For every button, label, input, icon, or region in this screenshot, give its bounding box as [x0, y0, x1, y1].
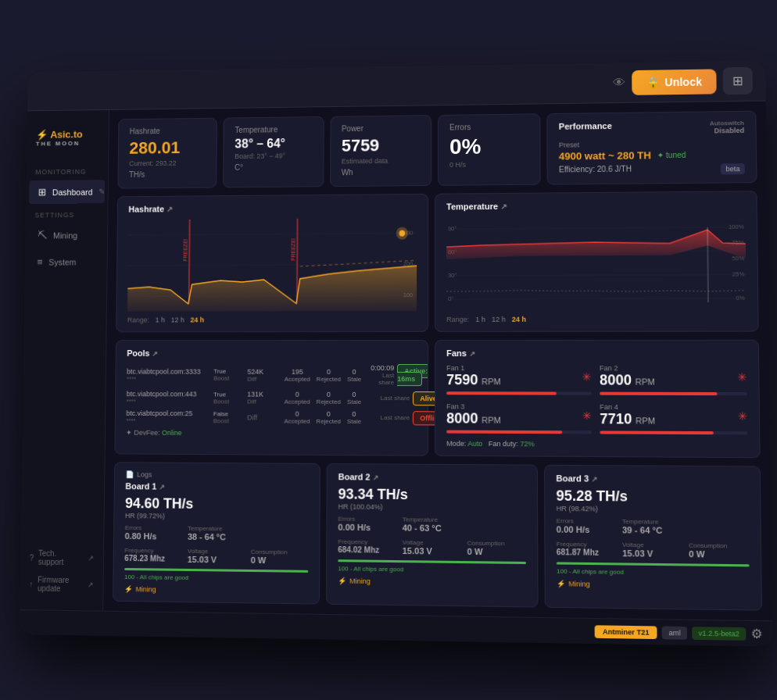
errors-card: Errors 0% 0 H/s: [438, 113, 541, 186]
b1-errors-val: 0.80 H/s: [125, 530, 182, 541]
fans-title: Fans ↗: [446, 348, 747, 357]
perf-preset-value: 4900 watt ~ 280 TH: [559, 149, 651, 162]
b1-mining: ⚡ Mining: [124, 584, 308, 595]
board-2-hr-pct: HR (100.04%): [338, 502, 526, 512]
pool-1-last-share-val: 0:00:09: [371, 363, 394, 371]
board-1-hashrate: 94.60 TH/s: [125, 495, 193, 512]
hashrate-chart-title: Hashrate ↗: [128, 202, 417, 213]
support-arrow: ↗: [88, 554, 94, 562]
pool-3-name: btc.viabtcpool.com:25: [126, 409, 210, 417]
b3-chips: 100 - All chips are good: [557, 567, 750, 577]
sidebar-item-tech-support[interactable]: ? Tech. support ↗: [20, 544, 103, 571]
b2-errors-label: Errors: [338, 515, 396, 523]
b1-volt-label: Voltage: [188, 547, 245, 555]
fan-4-label: Fan 4: [600, 402, 655, 410]
mode-chip: aml: [662, 626, 687, 639]
pool-3-dots: ****: [126, 416, 210, 423]
logs-icon: 📄: [126, 470, 134, 478]
fan-2-bar: [600, 391, 747, 395]
fan-mode-value: Auto: [467, 439, 482, 447]
pool-row-3: btc.viabtcpool.com:25 **** False Boost D…: [126, 409, 417, 425]
sidebar-item-firmware[interactable]: ↑ Firmware update ↗: [20, 570, 103, 598]
temp-unit: C°: [235, 162, 312, 171]
temp-range-1h[interactable]: 1 h: [475, 315, 485, 323]
b2-freq-label: Frequency: [338, 538, 396, 545]
power-unit: Wh: [342, 167, 420, 177]
pool-1-mode: True: [213, 367, 244, 374]
board-2-hashrate: 93.34 TH/s: [338, 486, 408, 502]
autoswitch-label: Autoswitch: [710, 119, 744, 127]
svg-text:0°: 0°: [448, 295, 453, 302]
pools-fans-row: Pools ↗ btc.viabtcpool.com:3333 **** Tru…: [114, 339, 760, 458]
range-12h[interactable]: 12 h: [171, 316, 184, 323]
charts-row: Hashrate ↗ 300 200 100: [116, 191, 759, 332]
pools-card: Pools ↗ btc.viabtcpool.com:3333 **** Tru…: [114, 339, 428, 455]
temp-chart-title: Temperature ↗: [446, 199, 745, 211]
sidebar-item-mining[interactable]: ⛏ Mining: [28, 223, 104, 247]
logs-btn[interactable]: 📄 Logs: [126, 470, 309, 480]
mining-label: Mining: [53, 230, 77, 240]
svg-text:FREEZE!: FREEZE!: [183, 238, 188, 261]
fan-3: Fan 3 8000 RPM ✳: [446, 402, 592, 434]
b2-mining: ⚡ Mining: [338, 577, 526, 587]
fan-mode: Mode: Auto Fan duty: 72%: [446, 439, 748, 448]
gear-icon[interactable]: ⚙: [750, 626, 762, 641]
pool-3-last-share-label: Last share: [371, 414, 410, 421]
pools-title: Pools ↗: [127, 348, 417, 357]
board-1-stats: Errors 0.80 H/s Temperature 38 - 64 °C F…: [124, 524, 308, 566]
b1-freq-label: Frequency: [124, 546, 181, 554]
sidebar-item-system[interactable]: ≡ System: [28, 249, 104, 273]
fan-1-unit: RPM: [482, 377, 501, 386]
efficiency: Efficiency: 20.6 J/TH beta: [559, 163, 745, 173]
svg-text:100%: 100%: [729, 223, 744, 230]
hashrate-range-controls: Range: 1 h 12 h 24 h: [127, 316, 417, 324]
b3-freq-label: Frequency: [557, 540, 616, 548]
layout-button[interactable]: ⊞: [723, 66, 753, 95]
fan-1-bar: [446, 391, 592, 395]
b3-temp-label: Temperature: [622, 517, 682, 525]
hashrate-value: 280.01: [129, 138, 206, 158]
temp-range-12h[interactable]: 12 h: [492, 315, 506, 323]
fan-2-value: 8000: [600, 372, 632, 388]
b2-temp-label: Temperature: [403, 516, 461, 523]
temperature-card: Temperature 38° – 64° Board: 23° – 49° C…: [223, 116, 324, 187]
b1-temp-val: 38 - 64 °C: [188, 531, 245, 541]
pool-1-stale: 0: [347, 367, 361, 375]
board-2-title: Board 2 ↗: [338, 472, 526, 483]
logo-sub: THE MOON: [36, 139, 99, 147]
board-3-title: Board 3 ↗: [556, 473, 748, 484]
hashrate-card: Hashrate 280.01 Current: 293.22 TH/s: [117, 117, 217, 188]
mining-icon-2: ⚡: [338, 577, 346, 584]
power-note: Estimated data: [342, 156, 420, 165]
b3-cons-val: 0 W: [689, 548, 749, 559]
range-1h[interactable]: 1 h: [156, 316, 165, 323]
temperature-chart-card: Temperature ↗: [435, 191, 759, 332]
eye-icon: 👁: [613, 75, 625, 89]
b2-bar: [338, 559, 526, 564]
fan-4-unit: RPM: [636, 416, 655, 425]
b3-mining: ⚡ Mining: [557, 579, 750, 590]
temp-range-24h[interactable]: 24 h: [512, 315, 526, 323]
devfee-label: ✦ DevFee:: [126, 428, 159, 436]
sidebar-item-dashboard[interactable]: ⊞ Dashboard ✎: [29, 180, 105, 204]
pool-row-2: btc.viabtcpool.com:443 **** True Boost 1…: [127, 390, 417, 405]
board-3-card: Board 3 ↗ 95.28 TH/s HR (98.42%) Errors …: [544, 464, 762, 610]
unlock-button[interactable]: 🔒 Unlock: [632, 68, 717, 94]
b1-cons-label: Consumption: [251, 548, 309, 555]
pool-3-accepted: 0: [284, 409, 310, 417]
b3-bar: [557, 562, 750, 566]
fan-2-icon: ✳: [737, 370, 747, 382]
firmware-arrow: ↗: [88, 580, 94, 588]
pool-2-stale: 0: [347, 390, 361, 398]
dashboard-label: Dashboard: [52, 187, 93, 196]
b1-chips: 100 - All chips are good: [124, 573, 308, 582]
mining-icon-1: ⚡: [124, 584, 133, 592]
temp-chart-area: 90° 60° 30° 0° 100% 75% 50% 25% 0%: [446, 215, 747, 310]
range-24h[interactable]: 24 h: [191, 316, 205, 323]
support-icon: ?: [30, 553, 34, 562]
fan-2-unit: RPM: [636, 377, 655, 386]
b2-cons-label: Consumption: [467, 539, 526, 547]
fan-4-icon: ✳: [738, 409, 748, 422]
svg-line-1: [128, 264, 417, 266]
hashrate-chart-area: 300 200 100 FREEZE! FREEZE!: [127, 217, 417, 311]
